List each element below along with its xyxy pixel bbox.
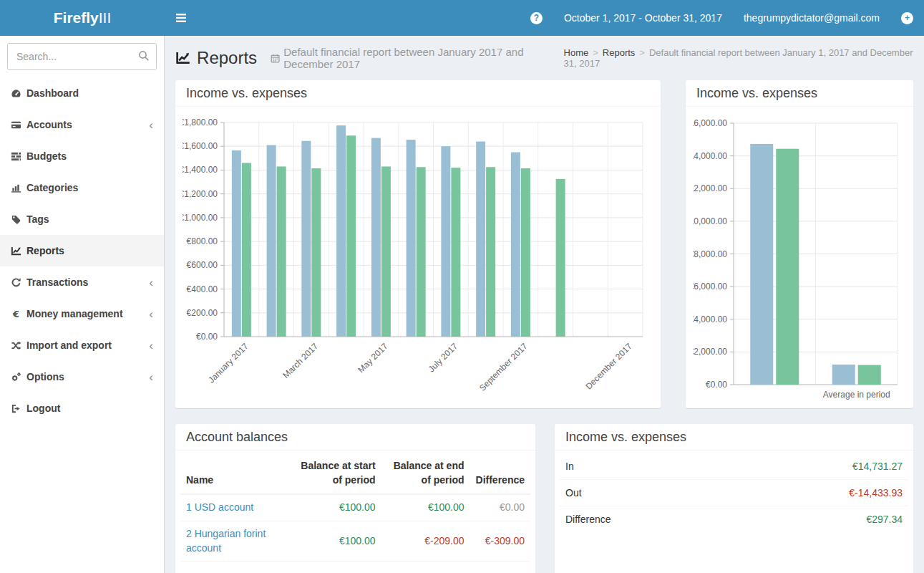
page-subtitle: Default financial report between January… <box>271 46 563 70</box>
date-range-link[interactable]: October 1, 2017 - October 31, 2017 <box>553 0 733 36</box>
sidebar-item-transactions[interactable]: Transactions ‹ <box>0 266 164 298</box>
account-balances-table: Name Balance at start of period Balance … <box>180 453 530 562</box>
income-vs-expenses-summary-chart[interactable]: €0.00€2,000.00€4,000.00€6,000.00€8,000.0… <box>693 111 899 405</box>
euro-icon: € <box>11 309 26 319</box>
tag-icon <box>11 214 26 225</box>
balance-start: €100.00 <box>286 521 381 562</box>
svg-text:€1,800.00: €1,800.00 <box>183 117 218 127</box>
sidebar-item-label: Budgets <box>26 150 67 162</box>
search-icon[interactable] <box>138 50 150 64</box>
chevron-left-icon: ‹ <box>149 371 153 383</box>
sidebar-item-label: Categories <box>26 182 78 193</box>
svg-text:March 2017: March 2017 <box>281 341 320 380</box>
summary-label: Out <box>560 480 723 506</box>
svg-text:€16,000.00: €16,000.00 <box>693 118 727 128</box>
monthly-chart-panel: Income vs. expenses €0.00€200.00€400.00€… <box>175 80 661 408</box>
account-link[interactable]: 1 USD account <box>186 501 253 513</box>
sidebar-item-categories[interactable]: Categories <box>0 172 164 203</box>
income-expense-summary-panel: Income vs. expenses In €14,731.27 Out €-… <box>555 424 913 573</box>
sidebar-item-import-export[interactable]: Import and export ‹ <box>0 329 164 361</box>
svg-text:€0.00: €0.00 <box>706 380 727 390</box>
sidebar-item-label: Transactions <box>26 276 88 288</box>
user-email-link[interactable]: thegrumpydictator@gmail.com <box>733 0 890 36</box>
svg-text:December 2017: December 2017 <box>583 341 634 392</box>
sidebar-item-budgets[interactable]: Budgets <box>0 140 164 172</box>
chevron-left-icon: ‹ <box>149 308 153 320</box>
sidebar-search <box>7 43 157 70</box>
svg-text:€1,600.00: €1,600.00 <box>183 141 218 151</box>
hamburger-icon <box>175 13 187 23</box>
svg-text:€400.00: €400.00 <box>187 284 218 294</box>
svg-text:July 2017: July 2017 <box>427 341 459 374</box>
income-vs-expenses-monthly-chart[interactable]: €0.00€200.00€400.00€600.00€800.00€1,000.… <box>183 111 646 405</box>
sidebar-item-money-management[interactable]: € Money management ‹ <box>0 298 164 329</box>
sidebar-toggle-button[interactable] <box>165 0 197 36</box>
content-header: Reports Default financial report between… <box>175 44 913 80</box>
brand-light: III <box>99 9 112 26</box>
search-input[interactable] <box>7 43 157 70</box>
new-transaction-button[interactable]: + <box>890 0 924 36</box>
charts-row: Income vs. expenses €0.00€200.00€400.00€… <box>175 80 913 408</box>
calendar-icon <box>271 53 280 64</box>
balance-difference: €-309.00 <box>470 521 531 562</box>
svg-text:€1,200.00: €1,200.00 <box>183 189 218 199</box>
svg-text:Average in period: Average in period <box>823 390 890 400</box>
summary-value: €14,731.27 <box>723 453 908 480</box>
breadcrumb: Home>Reports>Default financial report be… <box>564 47 913 69</box>
sidebar-item-tags[interactable]: Tags <box>0 203 164 235</box>
svg-text:€8,000.00: €8,000.00 <box>693 249 727 259</box>
summary-label: Difference <box>560 506 723 533</box>
tables-row: Account balances Name Balance at start o… <box>175 424 913 573</box>
income-expense-summary-title: Income vs. expenses <box>555 424 913 451</box>
summary-value: €297.34 <box>723 506 908 533</box>
sidebar-item-dashboard[interactable]: Dashboard <box>0 77 164 109</box>
balance-start: €100.00 <box>286 494 381 521</box>
svg-text:€4,000.00: €4,000.00 <box>693 314 727 324</box>
sidebar-item-logout[interactable]: Logout <box>0 393 164 424</box>
svg-text:€6,000.00: €6,000.00 <box>693 281 727 292</box>
svg-text:€600.00: €600.00 <box>187 260 218 270</box>
summary-label: In <box>560 453 723 480</box>
sidebar-item-options[interactable]: Options ‹ <box>0 361 164 393</box>
sidebar-menu: Dashboard Accounts ‹ Budgets Categories <box>0 77 164 424</box>
sidebar-item-label: Accounts <box>26 119 72 130</box>
balance-end: €-209.00 <box>381 521 470 562</box>
line-chart-icon <box>175 49 190 67</box>
dashboard-icon <box>11 88 26 99</box>
refresh-icon <box>11 277 26 288</box>
breadcrumb-home-link[interactable]: Home <box>564 47 589 58</box>
balance-difference: €0.00 <box>470 494 531 521</box>
sidebar-item-label: Import and export <box>26 340 112 351</box>
svg-text:€1,400.00: €1,400.00 <box>183 165 218 175</box>
page-title-text: Reports <box>197 48 257 68</box>
svg-text:€: € <box>12 309 19 319</box>
income-expense-summary-table: In €14,731.27 Out €-14,433.93 Difference… <box>560 453 908 532</box>
breadcrumb-reports-link[interactable]: Reports <box>603 47 636 58</box>
help-button[interactable]: ? <box>520 0 553 36</box>
col-difference: Difference <box>470 453 531 494</box>
summary-chart-panel: Income vs. expenses €0.00€2,000.00€4,000… <box>686 80 913 408</box>
svg-text:€10,000.00: €10,000.00 <box>693 216 727 226</box>
main-content: Reports Default financial report between… <box>165 36 924 573</box>
svg-text:€12,000.00: €12,000.00 <box>693 183 727 193</box>
col-end: Balance at end of period <box>381 453 470 494</box>
svg-text:May 2017: May 2017 <box>356 341 389 375</box>
svg-text:September 2017: September 2017 <box>477 341 530 393</box>
sidebar-item-reports[interactable]: Reports <box>0 235 164 266</box>
summary-chart-title: Income vs. expenses <box>686 80 913 107</box>
account-link[interactable]: 2 Hungarian forint account <box>186 528 266 554</box>
table-row: 1 USD account €100.00 €100.00 €0.00 <box>180 494 530 521</box>
summary-value: €-14,433.93 <box>723 480 908 506</box>
account-balances-panel: Account balances Name Balance at start o… <box>175 424 535 573</box>
col-start: Balance at start of period <box>286 453 381 494</box>
question-circle-icon: ? <box>530 12 543 24</box>
page-subtitle-text: Default financial report between January… <box>283 46 563 70</box>
sidebar-item-accounts[interactable]: Accounts ‹ <box>0 109 164 140</box>
sidebar-item-label: Dashboard <box>26 87 79 99</box>
brand-bold: Firefly <box>54 9 99 26</box>
svg-text:€200.00: €200.00 <box>187 308 218 318</box>
brand-logo[interactable]: FireflyIII <box>0 0 165 36</box>
navbar-menu: ? October 1, 2017 - October 31, 2017 the… <box>520 0 924 36</box>
sidebar-item-label: Money management <box>26 308 123 319</box>
sidebar-item-label: Options <box>26 371 64 382</box>
